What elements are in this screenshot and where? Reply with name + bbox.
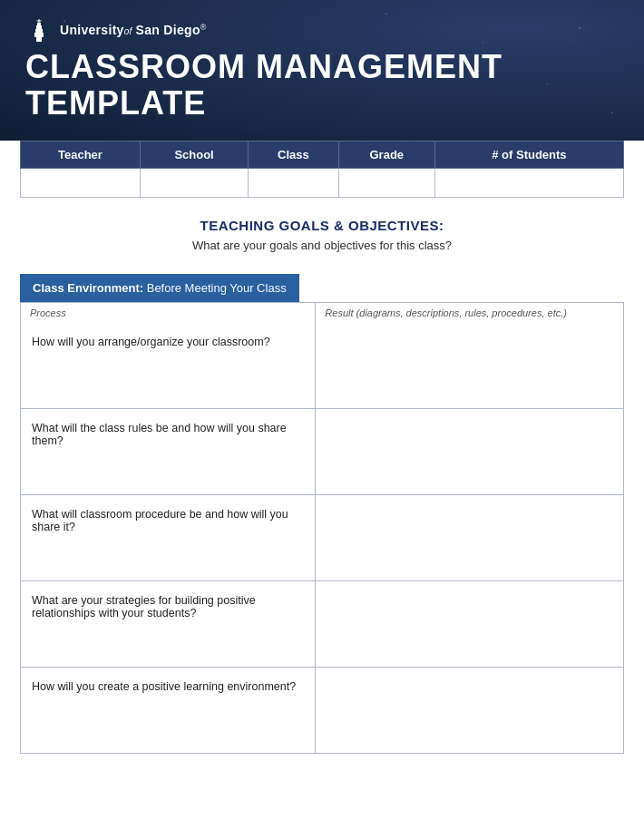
logo-row: Universityof San Diego®	[25, 16, 619, 44]
class-env-header: Class Environment: Before Meeting Your C…	[20, 274, 299, 302]
env-row: How will you create a positive learning …	[20, 668, 624, 754]
usd-logo-icon	[25, 16, 53, 44]
cell-students[interactable]	[434, 169, 623, 198]
svg-rect-7	[37, 26, 41, 29]
env-answer-2[interactable]	[316, 409, 623, 494]
col-header-class: Class	[249, 141, 339, 169]
env-answer-4[interactable]	[316, 581, 623, 667]
col-header-teacher: Teacher	[21, 141, 141, 169]
cell-class[interactable]	[249, 169, 339, 198]
main-title: Classroom Management Template	[25, 49, 619, 121]
class-environment-section: Class Environment: Before Meeting Your C…	[20, 274, 624, 754]
env-question-1: How will you arrange/organize your class…	[21, 323, 316, 408]
svg-rect-6	[37, 21, 42, 22]
page: Universityof San Diego® Classroom Manage…	[0, 0, 644, 829]
cell-grade[interactable]	[338, 169, 434, 198]
cell-school[interactable]	[140, 169, 248, 198]
teaching-goals-section: Teaching Goals & Objectives: What are yo…	[0, 198, 644, 261]
env-question-2: What will the class rules be and how wil…	[21, 409, 316, 494]
env-row: What are your strategies for building po…	[20, 581, 624, 668]
col-header-school: School	[140, 141, 248, 169]
teaching-goals-title: Teaching Goals & Objectives:	[25, 218, 619, 233]
teaching-goals-subtitle: What are your goals and objectives for t…	[25, 239, 619, 252]
info-table-wrapper: Teacher School Class Grade # of Students	[0, 141, 644, 198]
class-env-header-rest: Before Meeting Your Class	[143, 281, 287, 295]
env-row: How will you arrange/organize your class…	[20, 323, 624, 409]
env-answer-5[interactable]	[316, 668, 623, 753]
header: Universityof San Diego® Classroom Manage…	[0, 0, 644, 141]
env-row: What will classroom procedure be and how…	[20, 495, 624, 581]
env-answer-1[interactable]	[316, 323, 623, 408]
env-question-5: How will you create a positive learning …	[21, 668, 316, 753]
env-answer-3[interactable]	[316, 495, 623, 580]
col-header-students: # of Students	[434, 141, 623, 169]
class-env-header-bold: Class Environment:	[33, 281, 143, 295]
env-question-4: What are your strategies for building po…	[21, 581, 316, 667]
col-header-result: Result (diagrams, descriptions, rules, p…	[316, 303, 623, 323]
env-question-3: What will classroom procedure be and how…	[21, 495, 316, 580]
info-table: Teacher School Class Grade # of Students	[20, 141, 624, 198]
col-header-grade: Grade	[338, 141, 434, 169]
cell-teacher[interactable]	[21, 169, 141, 198]
env-row: What will the class rules be and how wil…	[20, 409, 624, 495]
col-headers: Process Result (diagrams, descriptions, …	[20, 302, 624, 323]
col-header-process: Process	[21, 303, 316, 323]
logo-text: Universityof San Diego®	[60, 23, 207, 37]
